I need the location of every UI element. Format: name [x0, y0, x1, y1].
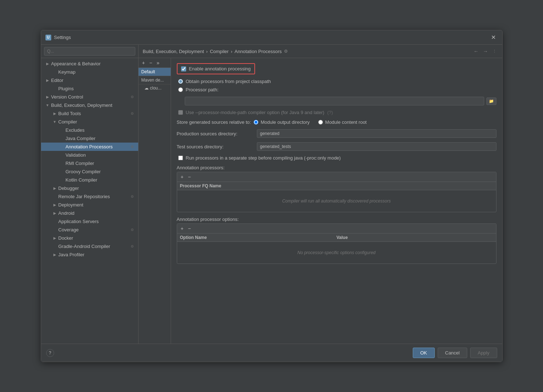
sidebar-item-kotlin-compiler[interactable]: Kotlin Compiler [41, 176, 138, 184]
enable-annotation-processing-checkbox[interactable] [181, 66, 186, 71]
annotation-processor-options-table: + − Option Name Value No processor-speci… [177, 223, 496, 264]
module-content-label[interactable]: Module content root [325, 119, 367, 125]
expand-arrow: ▼ [53, 120, 57, 124]
sync-icon: ⚙ [131, 195, 134, 199]
title-bar: U Settings ✕ [41, 30, 502, 45]
sync-icon: ⚙ [131, 244, 134, 248]
sources-relative-row: Store generated sources relative to: Mod… [177, 119, 496, 125]
module-output-label[interactable]: Module output directory [260, 119, 310, 125]
sidebar-item-android[interactable]: ▶ Android [41, 209, 138, 217]
title-bar-left: U Settings [45, 35, 71, 40]
processor-path-radio[interactable] [178, 87, 183, 92]
nav-forward-button[interactable]: → [482, 48, 490, 55]
processor-source-group: Obtain processors from project classpath… [177, 79, 496, 92]
annotation-processors-table-body: Compiler will run all automatically disc… [177, 190, 496, 212]
module-content-radio[interactable] [318, 120, 323, 125]
help-button[interactable]: ? [46, 349, 54, 357]
nav-more-button[interactable]: ⋮ [491, 48, 498, 55]
panel-header: Build, Execution, Deployment › Compiler … [139, 45, 502, 58]
sidebar-item-groovy-compiler[interactable]: Groovy Compiler [41, 167, 138, 176]
sidebar-item-keymap[interactable]: Keymap [41, 68, 138, 76]
sidebar-item-excludes[interactable]: Excludes [41, 126, 138, 134]
obtain-processors-radio[interactable] [178, 79, 183, 84]
sync-icon: ⚙ [131, 228, 134, 232]
sidebar-item-build-execution[interactable]: ▼ Build, Execution, Deployment [41, 101, 138, 109]
annotation-processors-toolbar: + − [177, 172, 496, 182]
sidebar-item-docker[interactable]: ▶ Docker [41, 234, 138, 242]
expand-arrow: ▶ [45, 95, 50, 99]
apply-button[interactable]: Apply [470, 348, 497, 358]
processor-path-label[interactable]: Processor path: [186, 87, 219, 92]
sidebar-item-editor[interactable]: ▶ Editor [41, 76, 138, 84]
module-path-checkbox[interactable] [178, 110, 183, 115]
separate-step-checkbox[interactable] [178, 156, 183, 160]
annotation-processors-section-label: Annotation processors: [177, 165, 496, 170]
remove-processor-button[interactable]: − [187, 174, 192, 180]
more-profile-button[interactable]: » [155, 60, 161, 66]
obtain-processors-row: Obtain processors from project classpath [178, 79, 496, 84]
add-processor-button[interactable]: + [179, 174, 185, 180]
breadcrumb-sep1: › [206, 49, 207, 54]
add-option-button[interactable]: + [179, 225, 185, 232]
annotation-processors-section: Annotation processors: + − Processor FQ … [177, 165, 496, 212]
sidebar-item-annotation-processors[interactable]: Annotation Processors ⚙ [41, 143, 138, 151]
expand-arrow: ▼ [45, 103, 50, 107]
sidebar-item-deployment[interactable]: ▶ Deployment [41, 201, 138, 209]
profiles-list: Default Maven de... ☁ clou... [139, 68, 171, 344]
expand-arrow: ▶ [53, 253, 57, 257]
dialog-title: Settings [54, 35, 71, 40]
sidebar-item-appearance[interactable]: ▶ Appearance & Behavior [41, 60, 138, 68]
annotation-processor-options-label: Annotation processor options: [177, 217, 496, 222]
sidebar-item-validation[interactable]: Validation [41, 151, 138, 159]
separate-step-label[interactable]: Run processors in a separate step before… [186, 155, 341, 161]
close-button[interactable]: ✕ [489, 33, 498, 42]
sidebar-item-app-servers[interactable]: Application Servers [41, 217, 138, 226]
annotation-processors-table: + − Processor FQ Name Compiler will run … [177, 172, 496, 212]
sidebar-item-coverage[interactable]: Coverage ⚙ [41, 226, 138, 234]
options-table-body: No processor-specific options configured [177, 242, 496, 263]
remove-profile-button[interactable]: − [148, 60, 154, 66]
cancel-button[interactable]: Cancel [438, 348, 467, 358]
sidebar-item-rmi-compiler[interactable]: RMI Compiler [41, 159, 138, 167]
sidebar-item-java-profiler[interactable]: ▶ Java Profiler [41, 251, 138, 259]
processor-fq-name-header: Processor FQ Name [180, 183, 493, 188]
sources-relative-label: Store generated sources relative to: [177, 119, 251, 125]
dialog-footer: ? OK Cancel Apply [41, 344, 502, 362]
sidebar-item-build-tools[interactable]: ▶ Build Tools ⚙ [41, 109, 138, 118]
test-sources-input[interactable] [257, 142, 496, 151]
obtain-processors-label[interactable]: Obtain processors from project classpath [186, 79, 271, 84]
processor-path-row: 📁 [177, 97, 496, 105]
sidebar-item-gradle-android[interactable]: Gradle-Android Compiler ⚙ [41, 242, 138, 251]
add-profile-button[interactable]: + [141, 60, 146, 66]
breadcrumb-settings-icon: ⚙ [284, 49, 288, 54]
expand-arrow: ▶ [53, 203, 57, 207]
browse-button[interactable]: 📁 [486, 97, 496, 105]
sidebar-item-remote-jar[interactable]: Remote Jar Repositories ⚙ [41, 192, 138, 201]
processor-path-input[interactable] [185, 97, 484, 105]
panel-nav: ← → ⋮ [472, 48, 498, 55]
enable-annotation-processing-label[interactable]: Enable annotation processing [189, 66, 251, 71]
profiles-panel: + − » Default Maven de... ☁ clou... [139, 58, 171, 344]
profile-item-cloud[interactable]: ☁ clou... [139, 84, 171, 92]
sidebar-tree: ▶ Appearance & Behavior Keymap ▶ Editor … [41, 58, 138, 344]
module-output-radio[interactable] [254, 120, 258, 125]
sidebar-item-debugger[interactable]: ▶ Debugger [41, 184, 138, 192]
annotation-processors-empty-text: Compiler will run all automatically disc… [282, 199, 391, 204]
sync-icon: ⚙ [131, 112, 134, 116]
sidebar-item-java-compiler[interactable]: Java Compiler [41, 134, 138, 143]
production-sources-input[interactable] [257, 129, 496, 138]
footer-left: ? [46, 349, 54, 357]
profile-item-maven[interactable]: Maven de... [139, 76, 171, 84]
remove-option-button[interactable]: − [187, 225, 192, 232]
profile-item-default[interactable]: Default [139, 68, 171, 76]
cloud-icon: ☁ [144, 86, 149, 91]
sidebar-item-compiler[interactable]: ▼ Compiler [41, 118, 138, 126]
search-input[interactable] [44, 47, 135, 56]
module-path-label: Use --processor-module-path compiler opt… [186, 110, 324, 115]
nav-back-button[interactable]: ← [472, 48, 480, 55]
ok-button[interactable]: OK [413, 348, 435, 358]
options-table-header: Option Name Value [177, 234, 496, 242]
sidebar-item-plugins[interactable]: Plugins [41, 84, 138, 93]
sidebar-item-version-control[interactable]: ▶ Version Control ⚙ [41, 93, 138, 101]
expand-arrow: ▶ [53, 186, 57, 190]
